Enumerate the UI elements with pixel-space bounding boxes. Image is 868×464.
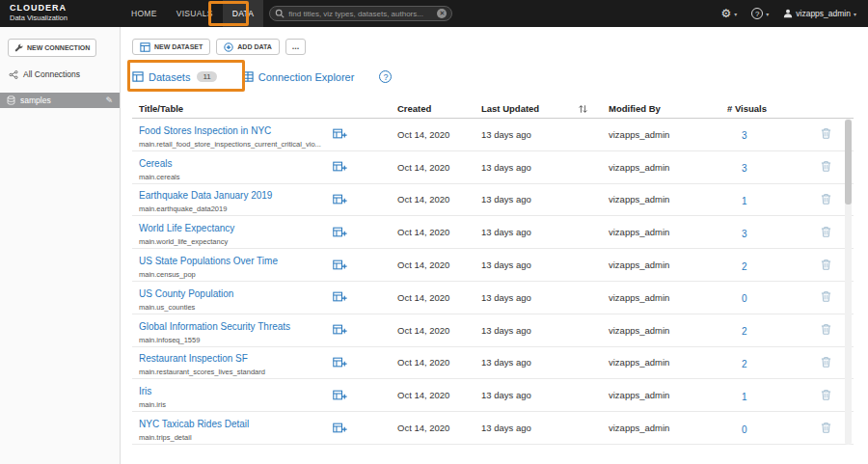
new-visual-icon[interactable] [333, 423, 347, 433]
table-row: Iris main.iris Oct 14, 2020 13 days ago … [132, 379, 854, 412]
visuals-count-link[interactable]: 3 [742, 229, 747, 239]
column-header-visuals: # Visuals [720, 103, 813, 114]
new-visual-icon[interactable] [333, 194, 347, 205]
last-updated-cell: 13 days ago [475, 292, 602, 303]
visuals-count-link[interactable]: 2 [742, 326, 747, 337]
visuals-count-link[interactable]: 2 [742, 359, 747, 369]
created-cell: Oct 14, 2020 [391, 325, 475, 336]
dataset-title-link[interactable]: US County Population [139, 288, 233, 299]
nav-item-data[interactable]: DATA [223, 0, 264, 27]
nav-item-home[interactable]: HOME [122, 0, 167, 27]
table-row: Cereals main.cereals Oct 14, 2020 13 day… [132, 151, 854, 184]
tabs-help-icon[interactable]: ? [379, 70, 392, 83]
new-visual-icon[interactable] [333, 227, 347, 237]
nav-item-visuals[interactable]: VISUALS [167, 0, 223, 27]
chevron-down-icon: ▾ [854, 11, 856, 17]
datasets-count-badge: 11 [197, 71, 216, 82]
new-visual-icon[interactable] [333, 324, 347, 335]
visuals-count-link[interactable]: 2 [742, 261, 747, 272]
table-row: US County Population main.us_counties Oc… [132, 282, 854, 314]
new-visual-icon[interactable] [333, 259, 347, 270]
delete-icon[interactable] [821, 193, 831, 205]
created-cell: Oct 14, 2020 [391, 227, 475, 237]
datasets-table: Title/Table Created Last Updated Modifie… [132, 99, 854, 445]
visuals-count-link[interactable]: 1 [742, 196, 747, 206]
dataset-title-link[interactable]: US State Populations Over Time [139, 256, 278, 266]
column-header-last-updated-label: Last Updated [481, 103, 539, 114]
new-dataset-button[interactable]: NEW DATASET [132, 39, 210, 55]
sidebar-item-samples[interactable]: samples ✎ [0, 93, 120, 108]
delete-icon[interactable] [821, 160, 831, 172]
dataset-title-link[interactable]: Global Information Security Threats [139, 321, 290, 332]
delete-icon[interactable] [821, 127, 831, 139]
add-data-button[interactable]: ADD DATA [216, 39, 280, 55]
all-connections-item[interactable]: All Connections [0, 69, 120, 79]
dataset-title-link[interactable]: World Life Expectancy [139, 223, 234, 233]
add-data-label: ADD DATA [237, 43, 272, 50]
visuals-count-link[interactable]: 3 [742, 163, 747, 174]
search-icon [275, 9, 285, 18]
clear-search-icon[interactable]: ✕ [437, 9, 447, 18]
delete-icon[interactable] [821, 226, 831, 237]
title-cell: NYC Taxicab Rides Detail main.trips_deta… [132, 414, 325, 442]
title-cell: World Life Expectancy main.world_life_ex… [132, 218, 325, 246]
dataset-title-link[interactable]: Food Stores Inspection in NYC [139, 125, 271, 136]
chevron-down-icon: ▾ [734, 11, 737, 17]
dataset-title-link[interactable]: Restaurant Inspection SF [139, 353, 248, 364]
connection-explorer-icon [242, 71, 254, 82]
created-cell: Oct 14, 2020 [391, 357, 475, 368]
created-cell: Oct 14, 2020 [391, 390, 475, 400]
title-cell: US State Populations Over Time main.cens… [132, 251, 325, 279]
visuals-cell: 3 [720, 158, 813, 176]
scrollbar-thumb[interactable] [845, 120, 852, 205]
visuals-count-link[interactable]: 0 [742, 424, 747, 435]
tab-datasets[interactable]: Datasets 11 [132, 71, 217, 83]
gear-icon: ⚙ [720, 8, 731, 19]
table-row: Food Stores Inspection in NYC main.retai… [132, 119, 854, 151]
action-cell [325, 158, 391, 176]
sort-icon[interactable] [578, 104, 588, 114]
new-visual-icon[interactable] [333, 128, 347, 139]
title-cell: Earthquake Data January 2019 main.earthq… [132, 185, 325, 213]
app-body: NEW CONNECTION All Connections samples ✎… [0, 27, 868, 464]
delete-icon[interactable] [821, 259, 831, 270]
new-visual-icon[interactable] [333, 390, 347, 400]
main-content: NEW DATASET ADD DATA ... Datasets 11 [121, 27, 868, 464]
column-header-title: Title/Table [132, 103, 325, 114]
dataset-title-link[interactable]: Cereals [139, 158, 172, 169]
created-cell: Oct 14, 2020 [391, 194, 475, 205]
dataset-table-name: main.cereals [139, 173, 324, 181]
modified-by-cell: vizapps_admin [602, 292, 720, 303]
delete-icon[interactable] [821, 356, 831, 368]
new-visual-icon[interactable] [333, 357, 347, 368]
delete-icon[interactable] [821, 290, 831, 302]
dataset-title-link[interactable]: Earthquake Data January 2019 [139, 190, 272, 201]
help-menu-button[interactable]: ? ▾ [751, 8, 769, 19]
created-cell: Oct 14, 2020 [391, 129, 475, 140]
visuals-count-link[interactable]: 1 [742, 392, 747, 402]
dataset-table-name: main.iris [139, 400, 324, 409]
table-row: Restaurant Inspection SF main.restaurant… [132, 347, 854, 380]
search-input[interactable] [288, 10, 433, 18]
new-connection-button[interactable]: NEW CONNECTION [8, 39, 96, 57]
all-connections-label: All Connections [23, 69, 80, 79]
tab-connection-explorer[interactable]: Connection Explorer [242, 71, 355, 83]
dataset-title-link[interactable]: NYC Taxicab Rides Detail [139, 419, 249, 429]
settings-menu-button[interactable]: ⚙ ▾ [720, 8, 737, 19]
delete-icon[interactable] [821, 389, 831, 400]
new-visual-icon[interactable] [333, 161, 347, 172]
dataset-title-link[interactable]: Iris [139, 386, 151, 396]
visuals-cell: 0 [720, 288, 813, 306]
visuals-count-link[interactable]: 0 [742, 293, 747, 304]
delete-icon[interactable] [821, 323, 831, 335]
table-scrollbar[interactable] [845, 119, 852, 445]
connections-sidebar: NEW CONNECTION All Connections samples ✎ [0, 27, 121, 464]
last-updated-cell: 13 days ago [475, 129, 602, 140]
datasets-icon [132, 71, 144, 82]
edit-connection-icon[interactable]: ✎ [105, 96, 113, 105]
more-actions-button[interactable]: ... [285, 39, 307, 55]
new-visual-icon[interactable] [333, 291, 347, 302]
visuals-count-link[interactable]: 3 [742, 130, 747, 141]
delete-icon[interactable] [821, 422, 831, 433]
user-menu-button[interactable]: vizapps_admin ▾ [783, 9, 856, 18]
